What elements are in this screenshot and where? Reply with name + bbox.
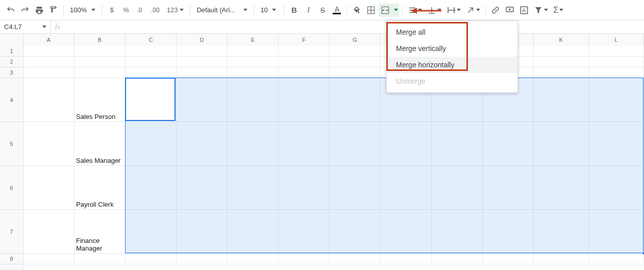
cell[interactable] xyxy=(126,78,177,122)
cell[interactable] xyxy=(177,210,228,254)
cell[interactable] xyxy=(279,210,330,254)
zoom-dropdown[interactable]: 100% xyxy=(67,6,98,14)
cell[interactable] xyxy=(381,254,432,264)
cell[interactable] xyxy=(589,78,644,122)
text-wrap-button[interactable] xyxy=(444,4,463,17)
cell[interactable] xyxy=(279,166,330,210)
cell[interactable] xyxy=(228,122,279,166)
paint-format-button[interactable] xyxy=(47,4,60,17)
cell[interactable] xyxy=(279,67,330,78)
cell[interactable] xyxy=(589,67,644,78)
cell[interactable] xyxy=(126,46,177,57)
cell[interactable] xyxy=(75,46,126,57)
strikethrough-button[interactable]: S xyxy=(316,4,329,17)
column-header[interactable]: E xyxy=(228,34,279,46)
cell[interactable] xyxy=(483,210,534,254)
column-header[interactable]: A xyxy=(23,34,75,46)
cell[interactable] xyxy=(126,67,177,78)
select-all-corner[interactable] xyxy=(0,34,23,46)
cell[interactable] xyxy=(23,57,75,67)
cell[interactable]: Finance Manager xyxy=(75,210,126,254)
cell[interactable] xyxy=(534,254,589,264)
insert-chart-button[interactable] xyxy=(517,4,531,17)
vertical-align-button[interactable] xyxy=(425,4,443,17)
cell[interactable] xyxy=(589,57,644,67)
column-header[interactable]: G xyxy=(330,34,381,46)
cell[interactable] xyxy=(330,122,381,166)
cell[interactable] xyxy=(279,57,330,67)
cell[interactable] xyxy=(534,46,589,57)
merge-cells-button[interactable] xyxy=(379,4,392,17)
cell[interactable]: Sales Manager xyxy=(75,122,126,166)
cell[interactable] xyxy=(177,57,228,67)
cell[interactable] xyxy=(126,122,177,166)
row-header[interactable]: 8 xyxy=(0,254,23,264)
cell[interactable] xyxy=(279,254,330,264)
borders-button[interactable] xyxy=(364,4,378,17)
font-dropdown[interactable]: Default (Ari... xyxy=(193,6,251,14)
cell[interactable] xyxy=(75,254,126,264)
cell[interactable] xyxy=(432,254,483,264)
cell[interactable] xyxy=(75,67,126,78)
cell[interactable] xyxy=(126,210,177,254)
column-header[interactable]: B xyxy=(75,34,126,46)
bold-button[interactable]: B xyxy=(287,4,301,17)
cell[interactable] xyxy=(228,57,279,67)
merge-cells-dropdown[interactable] xyxy=(392,4,399,17)
functions-button[interactable]: Σ xyxy=(551,4,565,17)
cell[interactable] xyxy=(483,122,534,166)
selection-handle[interactable] xyxy=(642,252,644,255)
row-header[interactable]: 2 xyxy=(0,57,23,67)
cell[interactable] xyxy=(330,78,381,122)
menu-item[interactable]: Merge all xyxy=(387,24,517,40)
cell[interactable] xyxy=(177,67,228,78)
currency-button[interactable]: $ xyxy=(105,4,118,17)
row-header[interactable]: 6 xyxy=(0,166,23,210)
column-header[interactable]: K xyxy=(534,34,589,46)
cell[interactable] xyxy=(330,166,381,210)
cell[interactable] xyxy=(534,166,589,210)
cell[interactable] xyxy=(177,166,228,210)
insert-comment-button[interactable] xyxy=(503,4,516,17)
column-header[interactable]: D xyxy=(177,34,228,46)
cell[interactable] xyxy=(534,78,589,122)
cell[interactable] xyxy=(177,78,228,122)
percent-button[interactable]: % xyxy=(119,4,133,17)
cell[interactable] xyxy=(330,57,381,67)
text-color-button[interactable]: A xyxy=(330,4,343,17)
cell[interactable] xyxy=(177,122,228,166)
cell[interactable] xyxy=(228,46,279,57)
cell[interactable] xyxy=(23,166,75,210)
cell[interactable] xyxy=(432,122,483,166)
cell[interactable] xyxy=(483,166,534,210)
cell[interactable] xyxy=(177,254,228,264)
font-size-dropdown[interactable]: 10 xyxy=(257,6,281,14)
cell[interactable] xyxy=(23,46,75,57)
horizontal-align-button[interactable] xyxy=(406,4,424,17)
cell[interactable] xyxy=(228,166,279,210)
cell[interactable] xyxy=(279,78,330,122)
cell[interactable] xyxy=(534,210,589,254)
cell[interactable] xyxy=(330,46,381,57)
cell[interactable] xyxy=(381,166,432,210)
undo-button[interactable] xyxy=(4,4,17,17)
cell[interactable] xyxy=(432,210,483,254)
cell[interactable] xyxy=(23,78,75,122)
cell[interactable] xyxy=(589,210,644,254)
menu-item[interactable]: Merge horizontally xyxy=(387,57,517,73)
cell[interactable] xyxy=(589,166,644,210)
cell[interactable] xyxy=(126,254,177,264)
row-header[interactable]: 1 xyxy=(0,46,23,57)
cell[interactable] xyxy=(23,210,75,254)
cell[interactable] xyxy=(330,67,381,78)
italic-button[interactable]: I xyxy=(302,4,315,17)
cell[interactable] xyxy=(228,210,279,254)
row-header[interactable]: 5 xyxy=(0,122,23,166)
cell[interactable] xyxy=(23,67,75,78)
cell[interactable] xyxy=(330,254,381,264)
filter-button[interactable] xyxy=(532,4,550,17)
cell[interactable] xyxy=(534,67,589,78)
cell[interactable] xyxy=(589,46,644,57)
cell[interactable] xyxy=(279,46,330,57)
cell[interactable] xyxy=(228,254,279,264)
